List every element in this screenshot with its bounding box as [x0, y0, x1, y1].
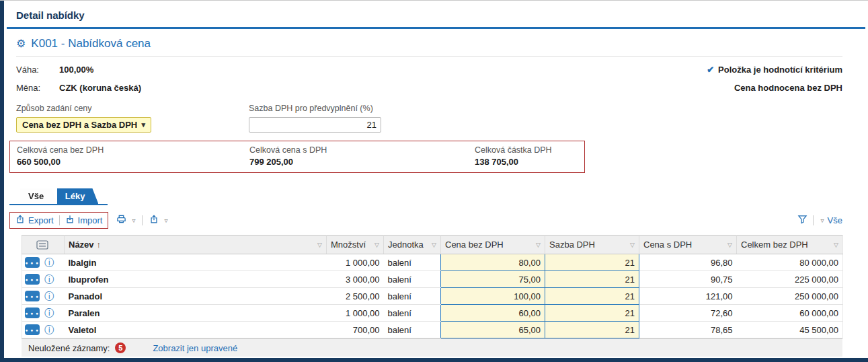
- cell-nazev: Panadol: [65, 288, 327, 305]
- export-icon: [15, 215, 25, 226]
- page-title: Detail nabídky: [4, 1, 868, 27]
- info-icon[interactable]: ⓘ: [44, 258, 54, 267]
- cell-cena-bez-dph-input[interactable]: 80,00: [441, 254, 545, 271]
- table-footer: Neuložené záznamy: 5 Zobrazit jen uprave…: [22, 338, 842, 357]
- cell-cena-s-dph: 96,80: [639, 254, 737, 271]
- total-without-vat-value: 660 500,00: [17, 157, 249, 167]
- separator: [142, 215, 143, 225]
- column-filter-icon[interactable]: ▽: [317, 242, 322, 248]
- info-icon[interactable]: ⓘ: [44, 325, 54, 334]
- column-filter-icon[interactable]: ▽: [374, 242, 379, 248]
- share-icon: [149, 215, 159, 226]
- col-header-cena-bez-dph[interactable]: Cena bez DPH▽: [441, 236, 545, 254]
- col-header-jednotka[interactable]: Jednotka▽: [384, 236, 441, 254]
- criterion-section-header: ⚙ K001 - Nabídková cena: [16, 37, 842, 57]
- vat-rate-input[interactable]: [249, 117, 381, 133]
- cell-cena-bez-dph-input[interactable]: 75,00: [441, 271, 545, 288]
- tab-bar: Vše Léky: [9, 188, 108, 205]
- cell-cena-bez-dph-input[interactable]: 60,00: [441, 305, 545, 322]
- cell-cena-s-dph: 121,00: [639, 288, 737, 305]
- separator: [813, 215, 814, 225]
- view-selector-label: Vše: [828, 215, 842, 225]
- col-header-mnozstvi[interactable]: Množství▽: [327, 236, 384, 254]
- cell-celkem-bez-dph: 80 000,00: [737, 254, 843, 271]
- bottom-scrollbar[interactable]: [0, 358, 868, 362]
- row-actions-button[interactable]: ● ● ●: [25, 324, 40, 335]
- column-filter-icon[interactable]: ▽: [727, 242, 732, 248]
- unsaved-count-badge: 5: [115, 342, 126, 353]
- row-actions-button[interactable]: ● ● ●: [25, 274, 40, 285]
- filter-button[interactable]: [797, 214, 807, 226]
- tab-vse[interactable]: Vše: [20, 188, 57, 204]
- cell-sazba-dph-input[interactable]: 21: [545, 288, 639, 305]
- cell-sazba-dph-input[interactable]: 21: [545, 271, 639, 288]
- sort-asc-icon: ↑: [97, 240, 102, 250]
- info-icon[interactable]: ⓘ: [44, 275, 54, 284]
- cell-cena-bez-dph-input[interactable]: 65,00: [441, 322, 545, 338]
- vat-note: Cena hodnocena bez DPH: [734, 83, 842, 93]
- info-icon[interactable]: ⓘ: [44, 291, 54, 301]
- tab-leky[interactable]: Léky: [57, 188, 99, 204]
- info-icon[interactable]: ⓘ: [44, 308, 54, 318]
- view-selector[interactable]: ▿ Vše: [819, 215, 842, 225]
- export-button[interactable]: Export: [15, 215, 54, 226]
- cell-jednotka: balení: [384, 305, 441, 322]
- totals-summary-box: Celková cena bez DPH 660 500,00 Celková …: [9, 141, 585, 173]
- cell-sazba-dph-input[interactable]: 21: [545, 254, 639, 271]
- cell-celkem-bez-dph: 45 500,00: [737, 322, 843, 338]
- price-mode-select[interactable]: Cena bez DPH a Sazba DPH ▾: [16, 117, 151, 133]
- table-toolbar: Export Import ▿ ▿: [9, 211, 842, 229]
- col-header-sazba-dph[interactable]: Sazba DPH▽: [545, 236, 639, 254]
- cell-mnozstvi: 1 000,00: [327, 254, 384, 271]
- unsaved-records-label: Neuložené záznamy:: [28, 343, 110, 353]
- offer-detail-page: Detail nabídky ⚙ K001 - Nabídková cena V…: [4, 1, 868, 357]
- currency-value: CZK (koruna česká): [59, 83, 141, 93]
- criterion-note: Položka je hodnotící kritérium: [718, 65, 842, 75]
- export-import-group: Export Import: [9, 212, 108, 229]
- row-actions-button[interactable]: ● ● ●: [25, 291, 40, 301]
- check-icon: ✔: [707, 65, 714, 75]
- table-row: ● ● ● ⓘ Valetol 700,00 balení 65,00 21 7…: [22, 322, 843, 338]
- row-actions-button[interactable]: ● ● ●: [25, 257, 40, 268]
- total-with-vat-label: Celková cena s DPH: [249, 145, 475, 155]
- cell-sazba-dph-input[interactable]: 21: [545, 305, 639, 322]
- title-divider: [7, 27, 865, 29]
- chevron-down-icon: ▿: [132, 217, 135, 224]
- column-filter-icon[interactable]: ▽: [536, 242, 541, 248]
- share-export-button[interactable]: ▿: [149, 215, 167, 226]
- column-filter-icon[interactable]: ▽: [630, 242, 635, 248]
- import-button[interactable]: Import: [65, 215, 103, 226]
- chevron-down-icon: ▾: [141, 120, 145, 129]
- column-settings-icon[interactable]: [25, 240, 60, 250]
- total-vat-amount-value: 138 705,00: [475, 157, 552, 167]
- price-mode-label: Způsob zadání ceny: [16, 104, 249, 115]
- col-header-celkem-bez-dph[interactable]: Celkem bez DPH▽: [737, 236, 843, 254]
- table-header-row: Název ↑ ▽ Množství▽ Jednotka▽ Cena bez D…: [22, 236, 843, 254]
- weight-label: Váha:: [16, 65, 59, 75]
- table-row: ● ● ● ⓘ Paralen 1 000,00 balení 60,00 21…: [22, 305, 843, 322]
- cell-nazev: Paralen: [65, 305, 327, 322]
- cell-mnozstvi: 1 000,00: [327, 305, 384, 322]
- items-table: Název ↑ ▽ Množství▽ Jednotka▽ Cena bez D…: [22, 235, 843, 338]
- chevron-down-icon: ▿: [164, 217, 167, 224]
- import-icon: [65, 215, 75, 226]
- total-with-vat-value: 799 205,00: [249, 157, 475, 167]
- row-actions-button[interactable]: ● ● ●: [25, 307, 40, 318]
- cell-jednotka: balení: [384, 271, 441, 288]
- col-header-nazev[interactable]: Název ↑ ▽: [65, 236, 327, 254]
- column-filter-icon[interactable]: ▽: [432, 242, 436, 248]
- printer-icon: [116, 214, 126, 226]
- column-filter-icon[interactable]: ▽: [834, 242, 838, 248]
- cell-cena-bez-dph-input[interactable]: 100,00: [441, 288, 545, 305]
- col-header-cena-s-dph[interactable]: Cena s DPH▽: [639, 236, 737, 254]
- cell-celkem-bez-dph: 60 000,00: [737, 305, 843, 322]
- table-row: ● ● ● ⓘ Panadol 2 500,00 balení 100,00 2…: [22, 288, 843, 305]
- print-button[interactable]: ▿: [116, 214, 135, 226]
- show-edited-link[interactable]: Zobrazit jen upravené: [153, 343, 237, 353]
- cell-cena-s-dph: 90,75: [639, 271, 737, 288]
- cell-nazev: Ibalgin: [65, 254, 327, 271]
- weight-value: 100,00%: [59, 65, 93, 75]
- currency-label: Měna:: [16, 83, 59, 93]
- cell-sazba-dph-input[interactable]: 21: [545, 322, 639, 338]
- cell-celkem-bez-dph: 250 000,00: [737, 288, 843, 305]
